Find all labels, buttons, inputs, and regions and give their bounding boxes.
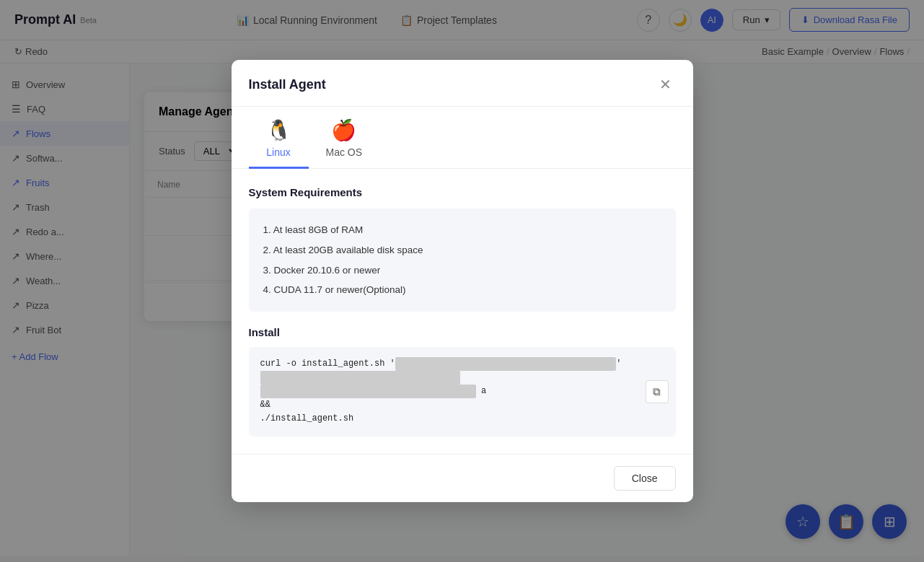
req-4: 4. CUDA 11.7 or newer(Optional): [263, 280, 661, 300]
install-command: curl -o install_agent.sh 'https://agent.…: [260, 359, 622, 424]
modal-title: Install Agent: [249, 77, 326, 92]
req-1: 1. At least 8GB of RAM: [263, 220, 661, 240]
tab-linux[interactable]: 🐧 Linux: [249, 107, 309, 169]
modal-backdrop: Install Agent ✕ 🐧 Linux 🍎 Mac OS System …: [0, 0, 924, 556]
modal-close-button[interactable]: ✕: [656, 74, 676, 95]
modal-footer: Close: [232, 454, 693, 502]
install-title: Install: [249, 326, 676, 338]
requirements-box: 1. At least 8GB of RAM 2. At least 20GB …: [249, 208, 676, 311]
tab-macos[interactable]: 🍎 Mac OS: [309, 107, 380, 169]
copy-command-button[interactable]: ⧉: [646, 380, 669, 403]
install-code-block: curl -o install_agent.sh 'https://agent.…: [249, 347, 676, 436]
linux-icon: 🐧: [266, 118, 291, 142]
req-2: 2. At least 20GB available disk space: [263, 240, 661, 260]
modal-header: Install Agent ✕: [232, 60, 693, 107]
copy-icon: ⧉: [653, 385, 661, 398]
modal-body: System Requirements 1. At least 8GB of R…: [232, 169, 693, 453]
system-requirements-title: System Requirements: [249, 186, 676, 198]
install-section: Install curl -o install_agent.sh 'https:…: [249, 326, 676, 436]
modal-close-footer-button[interactable]: Close: [614, 466, 676, 491]
install-agent-modal: Install Agent ✕ 🐧 Linux 🍎 Mac OS System …: [232, 60, 693, 501]
os-tabs: 🐧 Linux 🍎 Mac OS: [232, 107, 693, 169]
req-3: 3. Docker 20.10.6 or newer: [263, 260, 661, 281]
apple-icon: 🍎: [331, 118, 356, 142]
